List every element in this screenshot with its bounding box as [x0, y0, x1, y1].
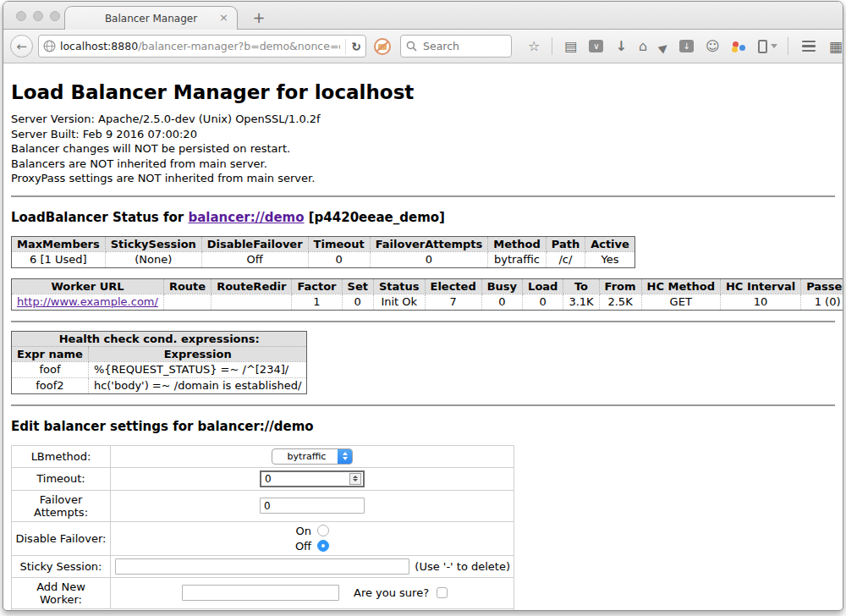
- reading-list-icon[interactable]: ▤: [564, 40, 577, 53]
- radio-on[interactable]: [317, 525, 329, 536]
- table-cell: GET: [641, 294, 720, 310]
- minimize-window-button[interactable]: [33, 11, 43, 21]
- search-input[interactable]: [421, 39, 497, 53]
- column-header: StickySession: [105, 236, 201, 251]
- table-cell: 3.1K: [563, 294, 599, 310]
- table-cell: 0: [523, 294, 563, 310]
- table-cell: hc('body') =~ /domain is established/: [88, 377, 307, 393]
- table-cell: %{REQUEST_STATUS} =~ /^[234]/: [88, 361, 307, 377]
- bookmark-star-icon[interactable]: ☆: [528, 40, 540, 53]
- url-divider: [345, 39, 346, 54]
- table-cell: bytraffic: [488, 251, 546, 267]
- table-row: 6 [1 Used](None)Off00bytraffic/c/Yes: [12, 251, 635, 267]
- column-header: RouteRedir: [212, 278, 292, 294]
- page-title: Load Balancer Manager for localhost: [11, 81, 835, 103]
- select-stepper-icon: [338, 448, 352, 465]
- column-header: Elected: [425, 278, 481, 294]
- zoom-window-button[interactable]: [50, 11, 60, 21]
- colors-extension-icon[interactable]: [732, 40, 746, 53]
- server-info: Server Version: Apache/2.5.0-dev (Unix) …: [11, 112, 835, 186]
- sticky-session-hint: (Use '-' to delete): [415, 560, 510, 573]
- number-spinner-icon[interactable]: [349, 473, 361, 485]
- add-worker-label: Add New Worker:: [12, 577, 111, 608]
- lbmethod-label: LBmethod:: [12, 445, 111, 467]
- column-header: Passes: [801, 278, 843, 294]
- toolbar-separator: [788, 37, 788, 55]
- divider: [11, 321, 835, 322]
- table-cell: http://www.example.com/: [12, 294, 164, 310]
- sticky-session-input[interactable]: [115, 558, 409, 575]
- column-header: Load: [523, 278, 563, 294]
- toolbar-separator: [552, 37, 552, 55]
- chevron-down-icon[interactable]: [771, 44, 777, 48]
- column-header: HC Interval: [720, 278, 800, 294]
- pocket-icon[interactable]: ∨: [589, 40, 603, 52]
- column-header: MaxMembers: [12, 236, 106, 251]
- back-button[interactable]: ←: [10, 35, 33, 58]
- add-worker-row: Add New Worker: Are you sure?: [12, 577, 514, 608]
- column-header: Status: [373, 278, 425, 294]
- url-text: localhost:8880/balancer-manager?b=demo&n…: [60, 40, 340, 52]
- column-header: From: [599, 278, 641, 294]
- table-cell: foof2: [12, 377, 89, 393]
- edit-settings-heading: Edit balancer settings for balancer://de…: [11, 419, 835, 434]
- table-cell: /c/: [546, 251, 585, 267]
- table-cell: 0: [370, 251, 488, 267]
- table-cell: 0: [308, 251, 370, 267]
- globe-icon: [43, 40, 56, 52]
- notice-line: Balancers are NOT inherited from main se…: [11, 157, 835, 172]
- tab-balancer-manager[interactable]: Balancer Manager ×: [64, 6, 238, 30]
- balancer-link[interactable]: balancer://demo: [188, 210, 304, 225]
- column-header: HC Method: [641, 278, 720, 294]
- radio-off[interactable]: [317, 540, 329, 552]
- reload-icon[interactable]: ↻: [351, 40, 361, 53]
- send-tab-icon[interactable]: ▶: [659, 41, 667, 52]
- search-icon: [406, 41, 417, 52]
- home-icon[interactable]: ⌂: [639, 40, 647, 53]
- responsive-mode-icon[interactable]: [758, 40, 767, 53]
- sticky-session-row: Sticky Session: (Use '-' to delete): [12, 555, 514, 577]
- table-cell: foof: [12, 361, 89, 377]
- page-content: Load Balancer Manager for localhost Serv…: [3, 63, 843, 611]
- plugin-blocked-icon[interactable]: [374, 38, 391, 55]
- column-header: Busy: [481, 278, 522, 294]
- failover-attempts-input[interactable]: [260, 498, 365, 514]
- table-cell: 1 (0): [801, 294, 843, 310]
- divider: [11, 404, 835, 406]
- close-window-button[interactable]: [16, 11, 26, 21]
- table-row: http://www.example.com/10Init Ok7003.1K2…: [12, 294, 844, 310]
- tab-close-icon[interactable]: ×: [219, 11, 228, 24]
- save-page-icon[interactable]: ↓: [679, 40, 694, 52]
- table-cell: (None): [105, 251, 201, 267]
- table-cell: 6 [1 Used]: [12, 251, 106, 267]
- disable-failover-row: Disable Failover: On Off: [12, 521, 514, 555]
- new-tab-button[interactable]: +: [249, 8, 269, 26]
- table-title: Health check cond. expressions:: [12, 331, 307, 346]
- menu-icon[interactable]: [802, 41, 816, 52]
- balancer-settings-form: LBmethod: bytraffic Timeout:: [11, 445, 514, 612]
- disable-failover-label: Disable Failover:: [12, 521, 111, 555]
- column-header: To: [563, 278, 599, 294]
- chat-smiley-icon[interactable]: ☺: [706, 40, 720, 53]
- worker-url-link[interactable]: http://www.example.com/: [17, 295, 158, 308]
- tab-tiles-icon[interactable]: ▦: [829, 38, 843, 55]
- lbmethod-select[interactable]: bytraffic: [272, 448, 354, 465]
- toolbar-icons: ☆ ▤ ∨ ↓ ⌂ ▶ ↓ ☺ ▦: [522, 37, 843, 55]
- table-row: foof2hc('body') =~ /domain is establishe…: [12, 377, 307, 393]
- column-header: Expr name: [12, 346, 89, 361]
- window-controls: [16, 11, 60, 21]
- submit-row: Submit: [12, 608, 514, 611]
- lbmethod-value: bytraffic: [272, 451, 338, 462]
- add-worker-input[interactable]: [182, 585, 339, 601]
- table-cell: 0: [481, 294, 522, 310]
- search-bar[interactable]: [400, 35, 512, 58]
- table-cell: 1: [292, 294, 342, 310]
- url-bar[interactable]: localhost:8880/balancer-manager?b=demo&n…: [38, 35, 366, 58]
- table-cell: Yes: [585, 251, 635, 267]
- are-you-sure-checkbox[interactable]: [437, 587, 448, 598]
- table-cell: Off: [201, 251, 308, 267]
- url-domain: localhost:8880: [60, 40, 138, 52]
- downloads-icon[interactable]: ↓: [615, 40, 626, 53]
- column-header: Active: [585, 236, 635, 251]
- radio-off-label: Off: [295, 540, 311, 553]
